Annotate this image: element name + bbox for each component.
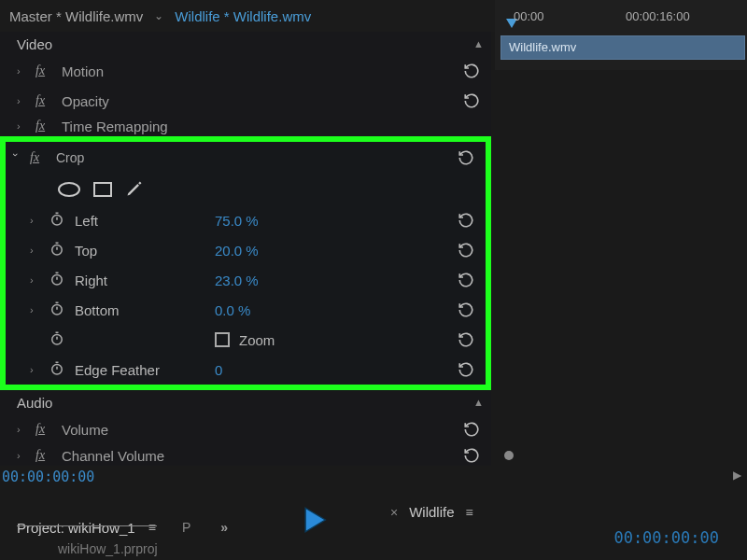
chevron-right-icon[interactable]: › [30, 274, 39, 286]
param-label: Edge Feather [75, 362, 205, 378]
timeline-tick: 00:00:16:00 [626, 9, 690, 23]
master-clip-name[interactable]: Master * Wildlife.wmv [9, 8, 143, 24]
param-value[interactable]: 0.0 % [215, 302, 250, 318]
stopwatch-icon[interactable] [49, 360, 65, 380]
chevron-right-icon[interactable]: › [30, 304, 39, 315]
zoom-label: Zoom [239, 332, 275, 348]
pen-tool-icon[interactable] [125, 179, 144, 201]
triangle-up-icon[interactable]: ▲ [473, 397, 484, 408]
chevron-down-icon[interactable]: ⌄ [154, 9, 163, 22]
fx-icon[interactable]: fx [35, 448, 52, 463]
param-label: Bottom [75, 302, 205, 318]
tab-underline [17, 525, 157, 526]
effect-opacity[interactable]: › fx Opacity [0, 86, 491, 116]
project-file-name[interactable]: wikiHow_1.prproj [58, 541, 158, 556]
ellipse-mask-button[interactable] [58, 182, 80, 197]
effect-motion[interactable]: › fx Motion [0, 56, 491, 86]
chevron-right-icon[interactable]: › [17, 450, 26, 461]
reset-button[interactable] [463, 421, 480, 438]
overflow-chevron-icon[interactable]: » [220, 520, 228, 535]
param-value[interactable]: 0 [215, 362, 222, 378]
effect-time-remapping[interactable]: › fx Time Remapping [0, 116, 491, 136]
reset-button[interactable] [458, 272, 474, 288]
effect-label: Opacity [62, 93, 109, 109]
scroll-thumb[interactable] [504, 451, 514, 460]
stopwatch-icon[interactable] [49, 211, 65, 231]
reset-button[interactable] [463, 447, 480, 464]
stopwatch-icon[interactable] [49, 330, 65, 350]
param-label: Left [75, 213, 205, 229]
param-label: Top [75, 243, 205, 259]
panel-menu-icon[interactable]: ≡ [466, 505, 473, 520]
active-clip-name[interactable]: Wildlife * Wildlife.wmv [175, 8, 311, 24]
param-value[interactable]: 75.0 % [215, 213, 259, 229]
param-label: Right [75, 273, 205, 288]
fx-icon[interactable]: fx [30, 150, 47, 165]
section-label: Audio [17, 395, 52, 411]
timeline-clip[interactable]: Wildlife.wmv [500, 35, 745, 60]
effect-label: Channel Volume [62, 448, 164, 464]
play-cursor-icon [299, 504, 331, 539]
reset-button[interactable] [458, 242, 474, 259]
param-left: › Left 75.0 % [6, 205, 486, 235]
mask-shape-row [6, 174, 486, 205]
effect-label: Motion [62, 63, 104, 79]
param-edge-feather: › Edge Feather 0 [6, 355, 486, 385]
effect-crop-highlight: › fx Crop › Left 75.0 % › Top 20.0 % [0, 136, 491, 390]
reset-button[interactable] [458, 149, 474, 166]
panel-title[interactable]: Wildlife [409, 504, 454, 520]
fx-icon[interactable]: fx [35, 119, 52, 133]
effect-channel-volume[interactable]: › fx Channel Volume [0, 444, 491, 467]
param-top: › Top 20.0 % [6, 235, 486, 265]
stopwatch-icon[interactable] [49, 271, 65, 290]
chevron-right-icon[interactable]: › [30, 245, 39, 256]
current-timecode[interactable]: 00:00:00:00 [2, 469, 94, 485]
chevron-right-icon[interactable]: › [17, 95, 26, 106]
timeline-tick: 00:00 [514, 9, 544, 23]
param-zoom: › Zoom [6, 325, 486, 355]
forward-arrow-icon[interactable]: ▶ [733, 469, 741, 482]
reset-button[interactable] [458, 212, 474, 229]
source-panel[interactable]: × Wildlife ≡ [374, 495, 747, 529]
section-label: Video [17, 36, 52, 52]
effect-volume[interactable]: › fx Volume [0, 414, 491, 444]
reset-button[interactable] [458, 301, 474, 318]
triangle-up-icon[interactable]: ▲ [473, 38, 484, 49]
chevron-right-icon[interactable]: › [17, 424, 26, 435]
stopwatch-icon[interactable] [49, 301, 65, 320]
effect-label: Time Remapping [62, 119, 168, 134]
chevron-right-icon[interactable]: › [30, 364, 39, 375]
source-timecode[interactable]: 00:00:00:00 [613, 528, 719, 547]
param-value[interactable]: 20.0 % [215, 243, 259, 259]
chevron-down-icon[interactable]: › [10, 153, 21, 162]
panel-menu-icon[interactable]: ≡ [148, 520, 156, 535]
chevron-right-icon[interactable]: › [17, 65, 26, 77]
reset-button[interactable] [463, 92, 480, 109]
reset-button[interactable] [458, 331, 474, 348]
param-right: › Right 23.0 % [6, 265, 486, 295]
reset-button[interactable] [458, 361, 474, 378]
chevron-right-icon[interactable]: › [30, 215, 39, 226]
rectangle-mask-button[interactable] [93, 182, 112, 197]
fx-icon[interactable]: fx [35, 63, 52, 78]
stopwatch-icon[interactable] [49, 241, 65, 260]
param-bottom: › Bottom 0.0 % [6, 295, 486, 325]
effect-label: Crop [56, 150, 84, 165]
reset-button[interactable] [463, 63, 480, 79]
timeline[interactable]: 00:00 00:00:16:00 Wildlife.wmv [495, 0, 747, 70]
letter-indicator: P [182, 520, 190, 535]
effect-crop[interactable]: › fx Crop [6, 142, 486, 174]
effect-label: Volume [62, 422, 108, 438]
section-video[interactable]: Video ▲ [0, 32, 491, 56]
section-audio[interactable]: Audio ▲ [0, 390, 491, 414]
chevron-right-icon[interactable]: › [17, 120, 26, 132]
fx-icon[interactable]: fx [35, 422, 52, 437]
effect-controls-panel: Video ▲ › fx Motion › fx Opacity › fx Ti… [0, 32, 491, 466]
fx-icon[interactable]: fx [35, 93, 52, 108]
panel-title[interactable]: Project: wikiHow_1 [17, 520, 135, 536]
zoom-checkbox[interactable] [215, 332, 230, 347]
close-icon[interactable]: × [390, 505, 398, 520]
param-value[interactable]: 23.0 % [215, 273, 259, 288]
